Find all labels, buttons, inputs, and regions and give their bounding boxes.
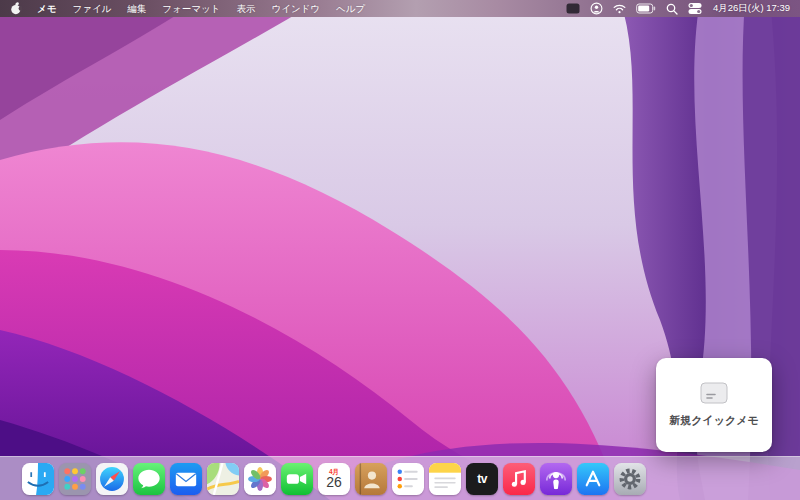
menu-item-view[interactable]: 表示 bbox=[228, 0, 263, 17]
dock-notes-icon[interactable] bbox=[429, 463, 461, 495]
control-center-icon[interactable] bbox=[683, 0, 707, 17]
dock-contacts-icon[interactable] bbox=[355, 463, 387, 495]
dock-photos-icon[interactable] bbox=[244, 463, 276, 495]
apple-menu[interactable] bbox=[0, 0, 29, 17]
dock-reminders-icon[interactable] bbox=[392, 463, 424, 495]
spotlight-icon[interactable] bbox=[661, 0, 683, 17]
dock-tv-icon[interactable]: tv bbox=[466, 463, 498, 495]
dock-maps-icon[interactable] bbox=[207, 463, 239, 495]
menu-item-window[interactable]: ウインドウ bbox=[263, 0, 328, 17]
dock-mail-icon[interactable] bbox=[170, 463, 202, 495]
dock-finder-icon[interactable] bbox=[22, 463, 54, 495]
menu-bar-left: メモ ファイル 編集 フォーマット 表示 ウインドウ ヘルプ bbox=[0, 0, 373, 17]
dock-safari-icon[interactable] bbox=[96, 463, 128, 495]
screen: メモ ファイル 編集 フォーマット 表示 ウインドウ ヘルプ bbox=[0, 0, 800, 500]
quick-note-panel[interactable]: 新規クイックメモ bbox=[656, 358, 772, 452]
battery-icon[interactable] bbox=[631, 0, 661, 17]
menu-datetime[interactable]: 4月26日(火) 17:39 bbox=[707, 2, 800, 15]
dock-facetime-icon[interactable] bbox=[281, 463, 313, 495]
user-icon[interactable] bbox=[585, 0, 608, 17]
apple-logo-icon bbox=[10, 2, 22, 15]
quick-note-label: 新規クイックメモ bbox=[669, 413, 759, 428]
keyboard-icon[interactable] bbox=[561, 0, 585, 17]
menu-item-edit[interactable]: 編集 bbox=[119, 0, 154, 17]
dock-system-preferences-icon[interactable] bbox=[614, 463, 646, 495]
calendar-day-label: 26 bbox=[326, 475, 342, 490]
menu-bar: メモ ファイル 編集 フォーマット 表示 ウインドウ ヘルプ bbox=[0, 0, 800, 17]
menu-item-format[interactable]: フォーマット bbox=[154, 0, 228, 17]
menu-item-help[interactable]: ヘルプ bbox=[328, 0, 373, 17]
menu-app-name[interactable]: メモ bbox=[29, 0, 64, 17]
dock-launchpad-icon[interactable] bbox=[59, 463, 91, 495]
menu-item-file[interactable]: ファイル bbox=[64, 0, 119, 17]
dock-music-icon[interactable] bbox=[503, 463, 535, 495]
quick-note-icon bbox=[700, 382, 728, 404]
dock-messages-icon[interactable] bbox=[133, 463, 165, 495]
wifi-icon[interactable] bbox=[608, 0, 631, 17]
dock: 4月 26 bbox=[0, 456, 800, 500]
tv-logo-label: tv bbox=[477, 472, 487, 486]
menu-bar-status: 4月26日(火) 17:39 bbox=[561, 0, 800, 17]
dock-app-store-icon[interactable] bbox=[577, 463, 609, 495]
dock-podcasts-icon[interactable] bbox=[540, 463, 572, 495]
dock-calendar-icon[interactable]: 4月 26 bbox=[318, 463, 350, 495]
